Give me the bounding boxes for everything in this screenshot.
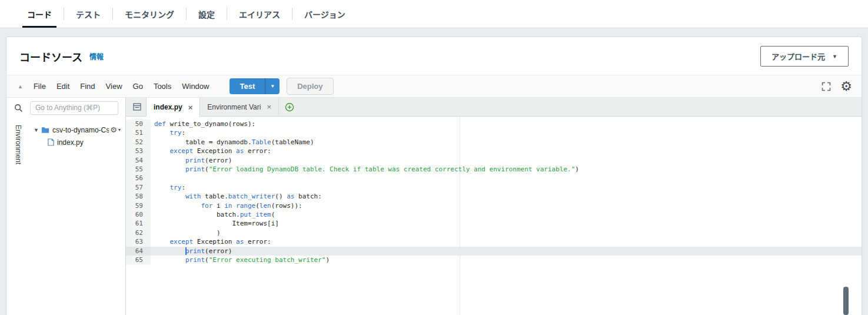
code-line[interactable]: 62 ) [126, 228, 862, 237]
tree-file-row[interactable]: index.py [30, 136, 125, 148]
chevron-down-icon: ▼ [270, 84, 275, 89]
line-number: 53 [126, 147, 151, 155]
panel-title: コードソース [19, 49, 82, 64]
editor-column: index.py × Environment Vari × 50def writ… [126, 98, 862, 315]
tab-monitoring[interactable]: モニタリング [113, 0, 186, 28]
goto-row [6, 98, 125, 118]
code-line[interactable]: 64 print(error) [126, 247, 862, 256]
test-dropdown-button[interactable]: ▼ [265, 78, 280, 94]
deploy-button[interactable]: Deploy [287, 78, 333, 95]
tab-code[interactable]: コード [15, 0, 64, 28]
disclosure-triangle-icon[interactable]: ▼ [34, 127, 39, 133]
menu-window[interactable]: Window [177, 82, 214, 91]
file-tree: ▼ csv-to-dynamo-Csv ⚙▾ index.py [30, 118, 125, 315]
tree-folder-row[interactable]: ▼ csv-to-dynamo-Csv ⚙▾ [30, 124, 125, 136]
code-line[interactable]: 56 [126, 174, 862, 183]
folder-icon [41, 127, 49, 134]
code-line[interactable]: 59 for i in range(len(rows)): [126, 201, 862, 210]
menu-tools[interactable]: Tools [148, 82, 177, 91]
tab-versions[interactable]: バージョン [292, 0, 357, 28]
code-line[interactable]: 58 with table.batch_writer() as batch: [126, 192, 862, 201]
lambda-console-screen: コード テスト モニタリング 設定 エイリアス バージョン コードソース 情報 … [0, 0, 868, 315]
code-line[interactable]: 61 Item=rows[i] [126, 219, 862, 228]
ide-body: Environment ▼ csv-to-dynamo-Csv ⚙▾ [6, 98, 862, 315]
search-icon[interactable] [6, 104, 30, 112]
close-icon[interactable]: × [188, 103, 193, 112]
line-number: 59 [126, 201, 151, 210]
folder-label: csv-to-dynamo-Csv [52, 126, 109, 134]
menu-go[interactable]: Go [128, 82, 148, 91]
line-number: 60 [126, 210, 151, 219]
python-file-icon [48, 138, 54, 146]
editor-tab-environment-variables[interactable]: Environment Vari × [200, 98, 279, 116]
code-line[interactable]: 55 print("Error loading DynamoDB table. … [126, 165, 862, 174]
code-line[interactable]: 60 batch.put_item( [126, 210, 862, 219]
console-tab-bar: コード テスト モニタリング 設定 エイリアス バージョン [0, 0, 868, 28]
tab-aliases[interactable]: エイリアス [227, 0, 292, 28]
new-tab-plus-icon[interactable] [285, 98, 294, 116]
tab-test[interactable]: テスト [64, 0, 112, 28]
goto-anything-input[interactable] [30, 101, 118, 115]
code-line[interactable]: 54 print(error) [126, 156, 862, 165]
line-number: 65 [126, 256, 151, 264]
line-number: 57 [126, 183, 151, 192]
chevron-down-icon: ▼ [832, 54, 837, 59]
line-number: 58 [126, 192, 151, 201]
line-number: 62 [126, 228, 151, 237]
line-number: 64 [126, 247, 151, 256]
vertical-scrollbar-thumb[interactable] [843, 287, 849, 315]
environment-rail-label[interactable]: Environment [14, 125, 22, 315]
tree-settings-gear-icon[interactable]: ⚙▾ [110, 125, 125, 134]
line-number: 56 [126, 174, 151, 183]
file-label: index.py [57, 138, 84, 147]
upload-from-button[interactable]: アップロード元 ▼ [760, 46, 849, 67]
console-tabs: コード テスト モニタリング 設定 エイリアス バージョン [15, 0, 357, 28]
line-number: 55 [126, 165, 151, 174]
settings-gear-icon[interactable]: ⚙ [840, 80, 852, 93]
code-line[interactable]: 51 try: [126, 128, 862, 137]
menu-find[interactable]: Find [75, 82, 100, 91]
code-line[interactable]: 50def write_to_dynamo(rows): [126, 120, 862, 128]
code-editor[interactable]: 50def write_to_dynamo(rows):51 try:52 ta… [126, 117, 862, 315]
test-split-button: Test ▼ [230, 78, 280, 94]
panel-header: コードソース 情報 アップロード元 ▼ [6, 37, 862, 75]
text-cursor [185, 247, 187, 255]
upload-from-label: アップロード元 [771, 51, 825, 62]
menu-edit[interactable]: Edit [51, 82, 75, 91]
line-number: 54 [126, 156, 151, 165]
menu-file[interactable]: File [28, 82, 51, 91]
editor-tab-strip: index.py × Environment Vari × [126, 98, 862, 117]
editor-tab-index-py[interactable]: index.py × [146, 98, 200, 117]
fullscreen-icon[interactable] [822, 82, 831, 91]
code-lines: 50def write_to_dynamo(rows):51 try:52 ta… [126, 120, 862, 265]
tree-area: Environment ▼ csv-to-dynamo-Csv ⚙▾ [6, 118, 125, 315]
line-number: 51 [126, 128, 151, 137]
line-number: 61 [126, 219, 151, 228]
line-number: 63 [126, 237, 151, 246]
code-line[interactable]: 63 except Exception as error: [126, 237, 862, 246]
tab-settings[interactable]: 設定 [187, 0, 227, 28]
menubar-right-icons: ⚙ [822, 80, 852, 93]
code-line[interactable]: 52 table = dynamodb.Table(tableName) [126, 138, 862, 147]
code-line[interactable]: 57 try: [126, 183, 862, 192]
test-button[interactable]: Test [230, 78, 265, 94]
editor-tab-label: index.py [154, 103, 182, 111]
info-link[interactable]: 情報 [89, 51, 104, 61]
close-icon[interactable]: × [267, 102, 271, 111]
environment-panel: Environment ▼ csv-to-dynamo-Csv ⚙▾ [6, 98, 126, 315]
ide-menubar: ▲ File Edit Find View Go Tools Window Te… [6, 75, 862, 98]
editor-tab-label: Environment Vari [207, 103, 261, 111]
line-number: 52 [126, 138, 151, 147]
code-line[interactable]: 53 except Exception as error: [126, 147, 862, 155]
menu-view[interactable]: View [101, 82, 128, 91]
tab-list-icon[interactable] [128, 98, 146, 116]
code-source-panel: コードソース 情報 アップロード元 ▼ ▲ File Edit Find Vie… [6, 37, 862, 315]
left-rail: Environment [6, 118, 30, 315]
collapse-menubar-icon[interactable]: ▲ [12, 84, 28, 89]
code-line[interactable]: 65 print("Error executing batch_writer") [126, 256, 862, 264]
line-number: 50 [126, 120, 151, 128]
chevron-down-icon: ▾ [118, 127, 121, 132]
